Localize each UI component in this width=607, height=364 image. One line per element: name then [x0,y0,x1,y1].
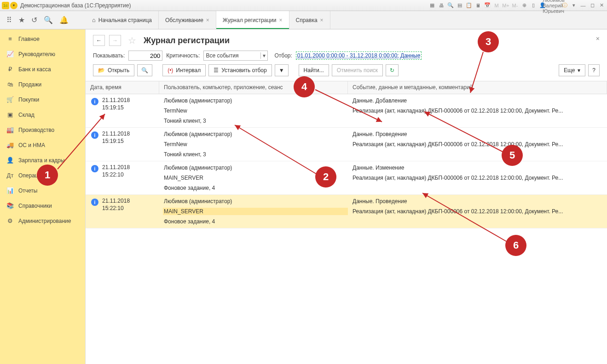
marker-2: 2 [315,166,336,188]
minimize-button[interactable]: — [579,2,587,9]
m-minus-icon[interactable]: M- [511,2,519,9]
ruble-icon: ₽ [6,66,14,73]
sidebar-item-purchases[interactable]: 🛒Покупки [0,92,85,107]
show-label: Показывать: [93,52,125,59]
close-icon[interactable]: × [206,17,209,23]
row-app: Тонкий клиент, 3 [163,117,348,125]
cancel-search-button[interactable]: Отменить поиск [332,64,383,76]
titlebar: 1c ▾ Демонстрационная база (1С:Предприят… [0,0,607,11]
dropdown2-icon[interactable]: ▾ [570,2,578,9]
m-icon[interactable]: M [493,2,500,9]
help-button[interactable]: ? [588,64,600,76]
show-count-input[interactable] [128,51,162,61]
row-computer: MAIN_SERVER [163,208,348,215]
col-user[interactable]: Пользователь, компьютер, приложение, сеа… [159,81,348,94]
filter-link[interactable]: 01.01.2000 0:00:00 - 31.12.2018 0:00:00;… [296,51,422,60]
print-icon[interactable]: 🖶 [438,2,445,9]
factory-icon: 🏭 [6,126,14,133]
table-row[interactable]: i21.11.201815:22:10 Любимов (администрат… [86,161,607,195]
find-button[interactable]: Найти... [299,64,329,76]
sidebar-item-sales[interactable]: 🛍Продажи [0,77,85,92]
forward-button[interactable]: → [109,35,121,46]
page-title: Журнал регистрации [144,36,230,46]
row-time: 15:22:10 [102,205,130,212]
tab-help[interactable]: Справка× [289,11,330,29]
close-button[interactable]: ✕ [598,2,605,9]
col-event[interactable]: Событие, данные и метаданные, комментари… [348,81,607,94]
sidebar-item-admin[interactable]: ⚙Администрирование [0,213,85,228]
history-icon[interactable]: ↺ [31,16,37,24]
bag-icon: 🛍 [6,81,14,88]
sidebar-item-main[interactable]: ≡Главное [0,31,85,46]
sidebar-item-reports[interactable]: 📊Отчеты [0,183,85,198]
col-datetime[interactable]: Дата, время [86,81,159,94]
preview-icon[interactable]: 🔍 [447,2,454,9]
interval-icon: (•) [168,67,173,74]
info-icon: i [91,98,98,105]
filter-by-button[interactable]: ▼ [275,64,289,76]
marker-4: 4 [294,76,315,97]
refresh-button[interactable]: ↻ [386,64,399,76]
star-icon[interactable]: ☆ [128,35,136,46]
setfilter-button[interactable]: ☰Установить отбор [208,64,272,76]
close-page-button[interactable]: × [596,35,600,42]
row-event: Данные. Изменение [352,164,607,171]
sidebar-item-label: Покупки [18,97,39,103]
sidebar-item-catalogs[interactable]: 📚Справочники [0,198,85,213]
m-plus-icon[interactable]: M+ [502,2,509,9]
search-icon[interactable]: 🔍 [44,16,53,24]
table-row[interactable]: i21.11.201815:19:15 Любимов (администрат… [86,94,607,128]
system-icons: ▦ 🖶 🔍 ▤ 📋 🖩 📅 M M+ M- ⊕ ▯ 👤 Любимов Вале… [428,2,605,9]
apps-icon[interactable]: ⠿ [6,16,12,24]
event-table: Дата, время Пользователь, компьютер, при… [86,81,607,364]
sidebar-item-warehouse[interactable]: ▣Склад [0,107,85,122]
chevron-down-icon: ▾ [260,52,266,59]
sidebar-item-production[interactable]: 🏭Производство [0,122,85,137]
calendar-icon[interactable]: 📅 [484,2,491,9]
row-time: 15:19:15 [102,104,130,112]
table-row[interactable]: i21.11.201815:19:15 Любимов (администрат… [86,128,607,161]
tab-maintenance[interactable]: Обслуживание× [159,11,216,29]
chevron-down-icon: ▾ [578,67,580,74]
row-app: Тонкий клиент, 3 [163,151,348,158]
tab-label: Обслуживание [165,17,203,23]
close-icon[interactable]: × [279,17,283,23]
back-button[interactable]: ← [93,35,105,46]
row-user: Любимов (администратор) [163,198,348,205]
row-date: 21.11.2018 [102,164,130,171]
row-data: Реализация (акт, накладная) ДКБП-000006 … [352,208,607,215]
tabs: ⌂Начальная страница Обслуживание× Журнал… [86,11,330,29]
content: ← → ☆ Журнал регистрации × Показывать: К… [86,29,607,364]
sidebar-item-label: Справочники [18,203,52,209]
sidebar-item-manager[interactable]: 📈Руководителю [0,46,85,62]
dropdown-icon[interactable]: ▾ [10,2,17,9]
sidebar-item-assets[interactable]: 🚚ОС и НМА [0,137,85,153]
panel-icon[interactable]: ▯ [530,2,537,9]
bell-icon[interactable]: 🔔 [59,16,69,24]
more-button[interactable]: Еще ▾ [559,64,585,76]
favorite-icon[interactable]: ★ [18,16,25,24]
tab-label: Справка [296,17,318,23]
filter-label: Отбор: [274,52,292,59]
interval-button[interactable]: (•)Интервал [162,64,206,76]
info-icon[interactable]: ⓘ [561,2,568,9]
tab-home[interactable]: ⌂Начальная страница [86,11,159,29]
marker-1: 1 [37,165,58,186]
magnify-button[interactable]: 🔍 [137,64,152,76]
save-icon[interactable]: ▦ [428,2,436,9]
clipboard-icon[interactable]: 📋 [465,2,473,9]
truck-icon: 🚚 [6,142,14,148]
maximize-button[interactable]: ◻ [589,2,596,9]
close-icon[interactable]: × [320,17,324,23]
calc-icon[interactable]: 🖩 [474,2,482,9]
sidebar-item-bank[interactable]: ₽Банк и касса [0,62,85,77]
row-data: Реализация (акт, накладная) ДКБП-000006 … [352,174,607,182]
compare-icon[interactable]: ▤ [456,2,463,9]
criticality-select[interactable]: Все события▾ [203,51,268,61]
btn-label: Еще [564,67,575,74]
tab-eventlog[interactable]: Журнал регистрации× [216,11,289,29]
books-icon: 📚 [6,202,14,209]
table-row[interactable]: i21.11.201815:22:10 Любимов (администрат… [86,195,607,228]
zoom-icon[interactable]: ⊕ [520,2,528,9]
open-button[interactable]: 📂Открыть [93,64,134,76]
